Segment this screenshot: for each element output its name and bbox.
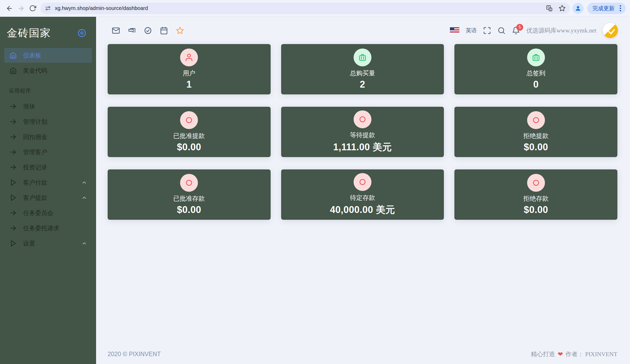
play-icon	[9, 240, 17, 247]
stat-card: 等待提款1,111.00 美元	[281, 107, 444, 157]
sidebar-item[interactable]: 仪表板	[4, 48, 92, 63]
sidebar-item[interactable]: 任务委托请求	[4, 221, 92, 235]
stat-card-label: 等待提款	[350, 131, 375, 139]
sidebar-item[interactable]: 客户付款	[4, 175, 92, 190]
svg-text:文: 文	[549, 8, 552, 11]
stat-card-label: 用户	[183, 69, 195, 77]
sidebar-item[interactable]: 奖金代码	[4, 63, 92, 78]
email-icon[interactable]	[112, 26, 120, 35]
stat-card-value: $0.00	[524, 142, 548, 153]
disc-icon	[532, 178, 540, 187]
stat-icon-circle	[180, 111, 198, 129]
stat-card-value: $0.00	[177, 142, 201, 153]
sidebar-menu: 仪表板奖金代码应用程序滑块管理计划回扣佣金管理客户投资记录客户付款客户提款任务委…	[0, 48, 96, 251]
stat-icon-circle	[527, 111, 545, 129]
browser-back-button[interactable]	[4, 3, 15, 14]
stat-card-label: 拒绝提款	[523, 132, 549, 140]
calendar-icon[interactable]	[160, 26, 168, 35]
briefcase-icon	[358, 53, 367, 62]
briefcase-icon	[532, 53, 540, 62]
stat-icon-circle	[180, 49, 198, 66]
sidebar-item[interactable]: 管理客户	[4, 145, 92, 159]
browser-reload-button[interactable]	[27, 3, 38, 14]
arrow-icon	[9, 118, 17, 125]
play-icon	[9, 194, 17, 201]
stat-card-value: 1,111.00 美元	[333, 141, 392, 154]
forward-arrow-icon	[17, 5, 25, 12]
brand-title: 金砖国家	[7, 26, 51, 40]
stat-card: 用户1	[108, 44, 271, 94]
fullscreen-icon[interactable]	[483, 26, 491, 35]
browser-menu-icon[interactable]	[618, 5, 623, 11]
sidebar-item[interactable]: 任务委员会	[4, 206, 92, 220]
home-icon	[9, 52, 17, 59]
stat-card-label: 已批准提款	[173, 132, 205, 140]
sidebar-item-label: 客户付款	[23, 179, 81, 187]
footer-made-text: 精心打造	[531, 350, 555, 358]
sidebar-item-label: 管理计划	[23, 118, 87, 126]
stat-card-label: 拒绝存款	[523, 194, 549, 203]
stat-card-label: 总购买量	[350, 69, 375, 77]
notification-count-badge: 5	[516, 24, 523, 31]
stat-card-value: 1	[186, 79, 192, 90]
browser-profile-button[interactable]	[573, 3, 584, 14]
sidebar-item[interactable]: 投资记录	[4, 160, 92, 175]
bookmark-star-icon[interactable]	[559, 5, 566, 12]
sidebar-item[interactable]: 设置	[4, 236, 92, 251]
heart-icon: ❤	[558, 351, 563, 358]
sidebar-item-label: 客户提款	[23, 194, 81, 202]
stat-icon-circle	[354, 110, 371, 128]
arrow-icon	[9, 164, 17, 171]
footer-author-text: 作者： PIXINVENT	[566, 350, 617, 358]
sidebar-item[interactable]: 管理计划	[4, 114, 92, 129]
sidebar-item-label: 任务委员会	[23, 209, 87, 217]
sidebar-item-label: 设置	[23, 239, 81, 248]
back-arrow-icon	[6, 5, 13, 12]
stat-card: 已批准提款$0.00	[108, 107, 271, 157]
sidebar-collapse-toggle-icon[interactable]	[77, 28, 87, 38]
chrome-update-button[interactable]: 完成更新	[587, 3, 626, 14]
stat-icon-circle	[180, 174, 198, 192]
language-selector[interactable]: 英语	[466, 27, 477, 34]
stat-card-value: 40,000.00 美元	[330, 204, 395, 216]
copyright-text: 2020 © PIXINVENT	[108, 351, 161, 358]
chat-icon[interactable]	[128, 26, 136, 35]
favorites-star-icon[interactable]	[176, 26, 184, 35]
translate-icon[interactable]: G文	[546, 5, 553, 12]
arrow-icon	[9, 103, 17, 110]
stat-card-value: 0	[533, 79, 539, 90]
sidebar: 金砖国家 仪表板奖金代码应用程序滑块管理计划回扣佣金管理客户投资记录客户付款客户…	[0, 17, 96, 364]
stat-card: 拒绝提款$0.00	[454, 107, 617, 157]
stat-icon-circle	[527, 49, 545, 66]
play-icon	[9, 179, 17, 186]
address-bar[interactable]: xg.hwym.shop/admin-source/dashboard G文	[40, 3, 570, 14]
todo-check-icon[interactable]	[144, 26, 152, 35]
sidebar-item[interactable]: 滑块	[4, 99, 92, 114]
browser-forward-button[interactable]	[15, 3, 27, 14]
home-icon	[9, 67, 17, 74]
sidebar-item-label: 投资记录	[23, 163, 87, 172]
stat-card-label: 已批准存款	[173, 194, 205, 203]
top-navbar: 英语 5 优选源码库www.yxymk.net	[96, 17, 630, 44]
reload-icon	[29, 5, 36, 12]
user-avatar[interactable]	[603, 23, 618, 38]
stat-card: 总签到0	[454, 44, 617, 94]
main-content: 英语 5 优选源码库www.yxymk.net 用户1总购买量2总签到0已批准提…	[96, 17, 630, 364]
notifications-button[interactable]: 5	[512, 26, 520, 35]
arrow-icon	[9, 148, 17, 156]
sidebar-item-label: 回扣佣金	[23, 133, 87, 141]
site-info-icon[interactable]	[45, 5, 51, 12]
sidebar-item-label: 任务委托请求	[23, 224, 87, 232]
stat-card: 已批准存款$0.00	[108, 169, 271, 220]
search-icon[interactable]	[497, 26, 506, 35]
us-flag-icon[interactable]	[450, 27, 459, 34]
sidebar-item[interactable]: 客户提款	[4, 190, 92, 205]
disc-icon	[185, 116, 193, 125]
disc-icon	[185, 178, 193, 187]
stat-card-value: 2	[360, 79, 365, 90]
sidebar-item[interactable]: 回扣佣金	[4, 130, 92, 144]
url-text[interactable]: xg.hwym.shop/admin-source/dashboard	[55, 5, 546, 11]
profile-person-icon	[575, 5, 581, 12]
disc-icon	[358, 115, 367, 124]
caret-icon	[81, 195, 87, 201]
